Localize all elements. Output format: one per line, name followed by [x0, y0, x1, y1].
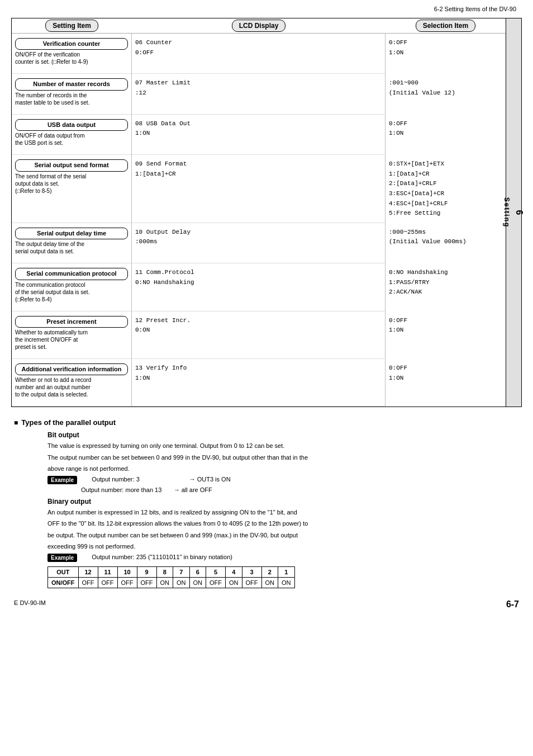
- table-cell-11: OFF: [98, 577, 117, 588]
- table-header-2: 2: [261, 566, 278, 577]
- page-footer: E DV-90-IM 6-7: [11, 599, 522, 609]
- setting-box-verification: Verification counter: [15, 38, 128, 50]
- col-header-left: Setting Item: [12, 22, 132, 30]
- binary-desc4: exceeding 999 is not performed.: [47, 542, 519, 551]
- binary-desc2: OFF to the "0" bit. Its 12-bit expressio…: [47, 519, 519, 528]
- table-cell-4: ON: [226, 577, 242, 588]
- setting-box-verify-info: Additional verification information: [15, 363, 128, 375]
- setting-box-master: Number of master records: [15, 78, 128, 90]
- selection-7: 0:OFF 1:ON: [386, 311, 506, 359]
- types-title: Types of the parallel output: [14, 418, 519, 427]
- table-header-3: 3: [242, 566, 261, 577]
- binary-output-title: Binary output: [47, 498, 519, 505]
- lcd-display-7: 12 Preset Incr. 0:ON: [132, 311, 386, 359]
- footer-left: E DV-90-IM: [14, 599, 46, 609]
- table-header-1: 1: [278, 566, 295, 577]
- table-row-onoff: ON/OFF OFF OFF OFF OFF ON ON ON OFF ON O…: [48, 577, 295, 588]
- selection-5: :000~255ms (Initial Value 000ms): [386, 223, 506, 263]
- binary-example-row: Example Output number: 235 ("11101011" i…: [47, 554, 519, 562]
- table-header-10: 10: [117, 566, 137, 577]
- lcd-display-4: 09 Send Format 1:[Data]+CR: [132, 155, 386, 223]
- example-label-binary: Example: [47, 554, 77, 562]
- table-row: Preset increment Whether to automaticall…: [12, 311, 506, 359]
- table-cell-2: ON: [261, 577, 278, 588]
- binary-desc1: An output number is expressed in 12 bits…: [47, 508, 519, 517]
- table-header-9: 9: [137, 566, 156, 577]
- binary-desc3: be output. The output number can be set …: [47, 531, 519, 540]
- table-cell-5: OFF: [206, 577, 226, 588]
- setting-box-protocol: Serial communication protocol: [15, 268, 128, 280]
- setting-box-usb: USB data output: [15, 119, 128, 131]
- setting-box-preset: Preset increment: [15, 316, 128, 328]
- example-label-bit: Example: [47, 476, 77, 484]
- selection-4: 0:STX+[Dat]+ETX 1:[Data]+CR 2:[Data]+CRL…: [386, 155, 506, 223]
- bit-output-desc3: above range is not performed.: [47, 464, 519, 474]
- table-header-12: 12: [78, 566, 98, 577]
- table-row: Serial output delay time The output dela…: [12, 223, 506, 263]
- table-row: Verification counter ON/OFF of the verif…: [12, 34, 506, 74]
- bit-output-desc2: The output number can be set between 0 a…: [47, 453, 519, 462]
- binary-table: OUT 12 11 10 9 8 7 6 5 4 3 2 1 ON/OFF OF…: [47, 566, 295, 588]
- lcd-display-6: 11 Comm.Protocol 0:NO Handshaking: [132, 263, 386, 311]
- sidebar-label: 6 Setting: [503, 197, 525, 228]
- table-header-5: 5: [206, 566, 226, 577]
- col-header-mid: LCD Display: [132, 22, 386, 30]
- table-row: USB data output ON/OFF of data output fr…: [12, 115, 506, 155]
- footer-right: 6-7: [506, 599, 519, 609]
- bit-example-row1: Example Output number: 3 → OUT3 is ON: [47, 476, 519, 484]
- table-header-6: 6: [189, 566, 206, 577]
- table-header-out: OUT: [48, 566, 79, 577]
- table-cell-6: ON: [189, 577, 206, 588]
- table-cell-9: OFF: [137, 577, 156, 588]
- setting-box-delay: Serial output delay time: [15, 228, 128, 239]
- table-cell-12: OFF: [78, 577, 98, 588]
- table-cell-7: ON: [173, 577, 190, 588]
- table-row: Serial output send format The send forma…: [12, 155, 506, 223]
- selection-6: 0:NO Handshaking 1:PASS/RTRY 2:ACK/NAK: [386, 263, 506, 311]
- bit-example-row2: Output number: more than 13 → all are OF…: [81, 486, 519, 493]
- types-section: Types of the parallel output Bit output …: [11, 418, 522, 588]
- table-cell-1: ON: [278, 577, 295, 588]
- table-row: Additional verification information Whet…: [12, 359, 506, 407]
- table-cell-3: OFF: [242, 577, 261, 588]
- page-header: 6-2 Setting Items of the DV-90: [11, 6, 522, 12]
- selection-8: 0:OFF 1:ON: [386, 359, 506, 407]
- bit-output-title: Bit output: [47, 431, 519, 439]
- table-header-7: 7: [173, 566, 190, 577]
- table-cell-10: OFF: [117, 577, 137, 588]
- table-header-11: 11: [98, 566, 117, 577]
- table-cell-8: ON: [156, 577, 173, 588]
- lcd-display-8: 13 Verify Info 1:ON: [132, 359, 386, 407]
- lcd-display-5: 10 Output Delay :000ms: [132, 223, 386, 263]
- selection-2: :001~900 (Initial Value 12): [386, 74, 506, 114]
- table-header-8: 8: [156, 566, 173, 577]
- lcd-display-2: 07 Master Limit :12: [132, 74, 386, 114]
- setting-box-serial-format: Serial output send format: [15, 159, 128, 171]
- table-row: Serial communication protocol The commun…: [12, 263, 506, 311]
- bit-output-desc1: The value is expressed by turning on onl…: [47, 441, 519, 451]
- lcd-display-1: 06 Counter 0:OFF: [132, 34, 386, 74]
- selection-3: 0:OFF 1:ON: [386, 115, 506, 155]
- table-cell-label: ON/OFF: [48, 577, 79, 588]
- table-row: Number of master records The number of r…: [12, 74, 506, 114]
- sidebar: 6 Setting: [506, 18, 522, 407]
- lcd-display-3: 08 USB Data Out 1:ON: [132, 115, 386, 155]
- selection-1: 0:OFF 1:ON: [386, 34, 506, 74]
- table-header-4: 4: [226, 566, 242, 577]
- col-header-right: Selection Item: [386, 22, 506, 30]
